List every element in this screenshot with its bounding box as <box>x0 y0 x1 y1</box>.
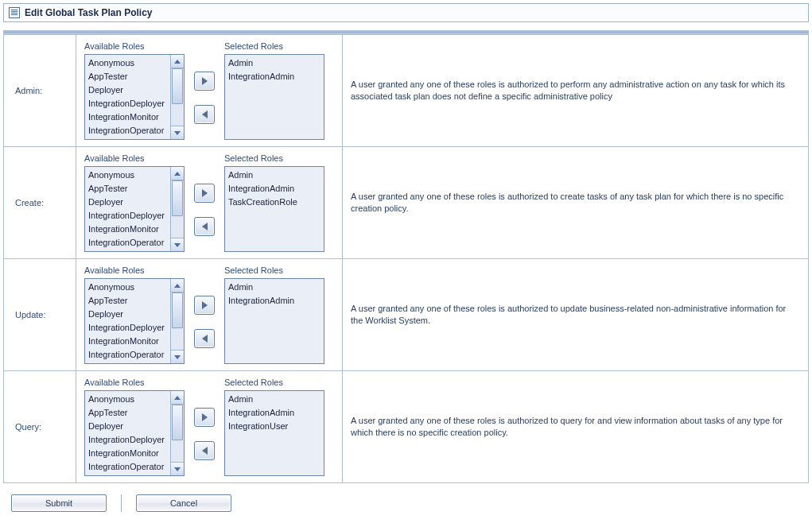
policy-row-query: Query: Available Roles AnonymousAppTeste… <box>4 371 809 483</box>
list-item[interactable]: IntegrationMonitor <box>88 223 169 236</box>
row-label: Update: <box>15 310 46 320</box>
list-item[interactable]: Anonymous <box>88 169 169 182</box>
scrollbar[interactable] <box>170 55 184 139</box>
available-roles-listbox[interactable]: AnonymousAppTesterDeployerIntegrationDep… <box>84 278 185 364</box>
scrollbar[interactable] <box>170 391 184 475</box>
move-left-button[interactable] <box>194 441 215 460</box>
selected-roles-label: Selected Roles <box>224 41 324 51</box>
list-item[interactable]: Deployer <box>88 83 169 97</box>
list-item[interactable]: TaskCreationRole <box>228 196 309 209</box>
available-roles-listbox[interactable]: AnonymousAppTesterDeployerIntegrationDep… <box>84 54 185 140</box>
scroll-down-button[interactable] <box>171 238 184 251</box>
row-label: Query: <box>15 422 41 432</box>
scrollbar-thumb[interactable] <box>172 405 183 440</box>
list-item[interactable]: IntegrationAdmin <box>228 294 309 308</box>
list-item[interactable]: AppTester <box>88 406 169 420</box>
row-label: Create: <box>15 198 44 207</box>
list-item[interactable]: Anonymous <box>88 393 169 406</box>
selected-roles-listbox[interactable]: AdminIntegrationAdmin <box>224 54 324 140</box>
selected-roles-label: Selected Roles <box>224 265 324 275</box>
list-item[interactable]: Deployer <box>88 420 169 433</box>
list-item[interactable]: Anonymous <box>88 56 169 70</box>
list-item[interactable]: AppTester <box>88 182 169 196</box>
policy-row-update: Update: Available Roles AnonymousAppTest… <box>4 259 809 371</box>
list-item[interactable]: IntegrationDeployer <box>88 209 169 223</box>
move-left-button[interactable] <box>194 217 215 236</box>
scrollbar-track[interactable] <box>171 405 184 462</box>
list-item[interactable]: IntegrationMonitor <box>88 447 169 460</box>
page-title: Edit Global Task Plan Policy <box>25 7 153 18</box>
available-roles-listbox[interactable]: AnonymousAppTesterDeployerIntegrationDep… <box>84 166 185 252</box>
footer: Submit Cancel <box>3 494 809 512</box>
scroll-up-button[interactable] <box>171 55 184 68</box>
selected-roles-listbox[interactable]: AdminIntegrationAdmin <box>224 278 324 364</box>
list-item[interactable]: AppTester <box>88 294 169 308</box>
scroll-down-button[interactable] <box>171 462 184 475</box>
arrow-right-icon <box>202 413 208 421</box>
scrollbar-track[interactable] <box>171 292 184 350</box>
list-item[interactable]: IntegrationOperator <box>88 236 169 250</box>
list-item[interactable]: IntegrationDeployer <box>88 433 169 447</box>
scroll-up-button[interactable] <box>171 391 184 405</box>
list-item[interactable]: AppTester <box>88 70 169 83</box>
list-item[interactable]: IntegrationAdmin <box>228 70 309 83</box>
submit-button[interactable]: Submit <box>11 494 107 512</box>
list-item[interactable]: IntegrationOperator <box>88 124 169 138</box>
list-item[interactable]: Admin <box>228 393 309 406</box>
move-left-button[interactable] <box>194 329 215 348</box>
row-description: A user granted any one of these roles is… <box>351 192 783 213</box>
list-item[interactable]: IntegrationDeployer <box>88 321 169 335</box>
title-bar: Edit Global Task Plan Policy <box>3 3 809 22</box>
available-roles-listbox[interactable]: AnonymousAppTesterDeployerIntegrationDep… <box>84 390 185 476</box>
scroll-down-button[interactable] <box>171 350 184 363</box>
arrow-left-icon <box>202 110 208 118</box>
list-item[interactable]: IntegrationAdmin <box>228 182 309 196</box>
list-item[interactable]: IntegrationUser <box>228 420 309 433</box>
move-right-button[interactable] <box>194 408 215 427</box>
arrow-right-icon <box>202 301 208 309</box>
scrollbar[interactable] <box>170 167 184 251</box>
list-item[interactable]: Deployer <box>88 196 169 209</box>
selected-roles-listbox[interactable]: AdminIntegrationAdminTaskCreationRole <box>224 166 324 252</box>
move-left-button[interactable] <box>194 105 215 124</box>
available-roles-label: Available Roles <box>84 41 185 51</box>
scroll-up-button[interactable] <box>171 279 184 292</box>
scrollbar-thumb[interactable] <box>172 292 183 328</box>
available-roles-label: Available Roles <box>84 265 185 275</box>
list-item[interactable]: Anonymous <box>88 281 169 294</box>
scrollbar-track[interactable] <box>171 68 184 126</box>
list-item[interactable]: IntegrationDeployer <box>88 97 169 110</box>
list-item[interactable]: Admin <box>228 281 309 294</box>
scroll-down-button[interactable] <box>171 126 184 139</box>
list-item[interactable]: IntegrationAdmin <box>228 406 309 420</box>
list-item[interactable]: IntegrationOperator <box>88 460 169 474</box>
selected-roles-label: Selected Roles <box>224 378 324 387</box>
list-item[interactable]: IntegrationMonitor <box>88 110 169 124</box>
scrollbar-thumb[interactable] <box>172 68 183 104</box>
list-item[interactable]: Deployer <box>88 308 169 321</box>
list-item[interactable]: Admin <box>228 169 309 182</box>
selected-roles-listbox[interactable]: AdminIntegrationAdminIntegrationUser <box>224 390 324 476</box>
scrollbar-thumb[interactable] <box>172 180 183 216</box>
policy-row-admin: Admin: Available Roles AnonymousAppTeste… <box>4 35 809 147</box>
scrollbar[interactable] <box>170 279 184 363</box>
scrollbar-track[interactable] <box>171 180 184 238</box>
available-roles-label: Available Roles <box>84 378 185 387</box>
list-item[interactable]: Admin <box>228 56 309 70</box>
arrow-right-icon <box>202 77 208 85</box>
move-right-button[interactable] <box>194 72 215 91</box>
scroll-up-button[interactable] <box>171 167 184 180</box>
selected-roles-label: Selected Roles <box>224 153 324 163</box>
list-item[interactable]: IntegrationOperator <box>88 348 169 362</box>
arrow-right-icon <box>202 189 208 197</box>
arrow-left-icon <box>202 335 208 343</box>
policy-row-create: Create: Available Roles AnonymousAppTest… <box>4 147 809 259</box>
row-description: A user granted any one of these roles is… <box>351 304 786 325</box>
row-description: A user granted any one of these roles is… <box>351 416 783 437</box>
list-item[interactable]: IntegrationMonitor <box>88 335 169 348</box>
move-right-button[interactable] <box>194 296 215 315</box>
cancel-button[interactable]: Cancel <box>136 494 231 512</box>
arrow-left-icon <box>202 447 208 455</box>
divider <box>121 494 122 512</box>
move-right-button[interactable] <box>194 184 215 203</box>
